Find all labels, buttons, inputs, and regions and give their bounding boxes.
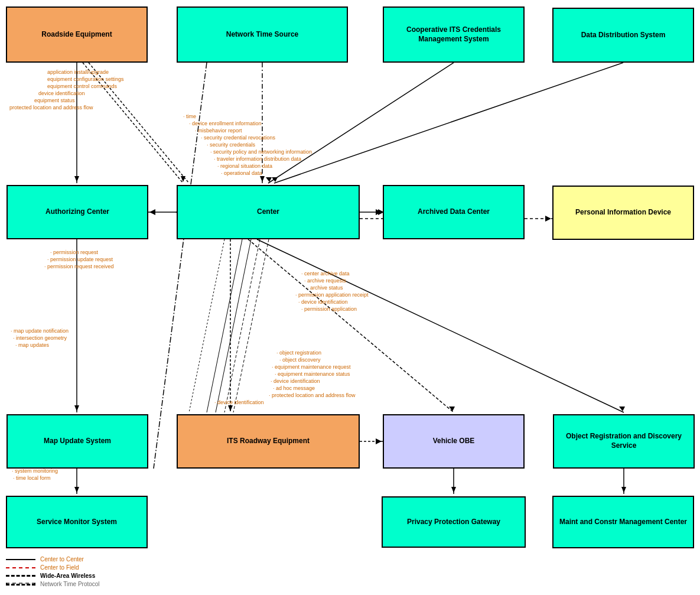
svg-line-9 xyxy=(274,63,623,183)
label-sec-cred: · security credentials xyxy=(207,142,255,148)
node-ords: Object Registration and Discovery Servic… xyxy=(553,414,695,469)
label-obj-reg: · object registration xyxy=(276,350,321,356)
svg-line-39 xyxy=(224,239,260,412)
svg-marker-10 xyxy=(272,177,278,182)
label-sec-policy: · security policy and networking informa… xyxy=(210,149,312,155)
label-obj-disc: · object discovery xyxy=(279,357,321,363)
svg-marker-6 xyxy=(260,176,265,182)
svg-marker-26 xyxy=(619,407,625,411)
label-misbehavior: · misbehavior report xyxy=(195,128,242,134)
label-device-id-2: · device identification xyxy=(298,299,348,305)
label-sys-mon: · system monitoring xyxy=(12,468,58,474)
legend-center-to-field: Center to Field xyxy=(6,564,100,571)
legend-line-dashed-bold xyxy=(6,575,35,577)
node-vehicle-obe: Vehicle OBE xyxy=(383,414,525,469)
svg-line-40 xyxy=(233,239,269,412)
label-equip-config: equipment configuration settings xyxy=(47,76,124,82)
label-equip-status: equipment status xyxy=(34,97,75,103)
node-service-monitor: Service Monitor System xyxy=(6,496,148,548)
label-app-install: application install/upgrade xyxy=(47,69,109,75)
label-sec-cred-rev: · security credential revocations xyxy=(201,135,275,141)
node-dds: Data Distribution System xyxy=(552,8,694,63)
node-pid: Personal Information Device xyxy=(552,186,694,240)
node-archived: Archived Data Center xyxy=(383,185,525,239)
label-traveler-info: · traveler information distribution data xyxy=(214,156,301,162)
label-perm-req: · permission request xyxy=(50,249,98,255)
svg-marker-20 xyxy=(74,405,79,411)
legend-line-dot-dash xyxy=(6,583,35,586)
label-time: · time xyxy=(183,113,196,119)
label-equip-control: equipment control commands xyxy=(47,83,117,89)
legend-line-solid xyxy=(6,559,35,560)
label-intersection: · intersection geometry xyxy=(13,335,67,341)
legend-center-to-center: Center to Center xyxy=(6,556,100,563)
label-perm-update: · permission update request xyxy=(47,256,113,262)
node-map-update: Map Update System xyxy=(6,414,148,469)
node-center: Center xyxy=(177,185,360,239)
svg-marker-12 xyxy=(149,209,155,215)
svg-marker-18 xyxy=(545,216,551,222)
label-device-enroll: · device enrollment information xyxy=(189,121,262,126)
label-time-local: · time local form xyxy=(13,475,51,481)
label-ad-hoc: · ad hoc message xyxy=(273,385,315,391)
svg-line-7 xyxy=(268,63,454,183)
svg-marker-28 xyxy=(74,487,79,493)
label-perm-app-receipt: · permission application receipt xyxy=(295,292,369,298)
label-device-id-1: device identification xyxy=(38,90,85,96)
node-maint: Maint and Constr Management Center xyxy=(552,496,694,548)
label-equip-maint-status: · equipment maintenance status xyxy=(275,371,350,377)
svg-marker-32 xyxy=(451,487,456,493)
svg-marker-8 xyxy=(266,177,272,182)
label-map-notif: · map update notification xyxy=(11,328,69,334)
legend-line-dashed-red xyxy=(6,567,35,568)
diagram-container: Roadside Equipment Network Time Source C… xyxy=(0,0,700,595)
svg-line-36 xyxy=(189,239,224,412)
svg-line-38 xyxy=(216,239,251,412)
svg-marker-4 xyxy=(181,176,185,182)
svg-marker-22 xyxy=(228,405,233,411)
svg-marker-34 xyxy=(621,487,626,493)
legend-wide-area: Wide-Area Wireless xyxy=(6,573,100,579)
node-ppg: Privacy Protection Gateway xyxy=(382,496,526,548)
node-network-time: Network Time Source xyxy=(177,6,348,63)
legend: Center to Center Center to Field Wide-Ar… xyxy=(6,556,100,589)
label-map-updates: · map updates xyxy=(15,342,49,348)
node-authorizing: Authorizing Center xyxy=(6,185,148,239)
label-protected-loc: protected location and address flow xyxy=(9,105,93,110)
label-device-id-3: · device identification xyxy=(271,378,320,384)
label-operational: · operational data xyxy=(221,170,262,176)
label-perm-received: · permission request received xyxy=(44,264,114,269)
label-device-id-4: · device identification xyxy=(214,399,264,405)
label-equip-maint-req: · equipment maintenance request xyxy=(272,364,351,370)
label-prot-loc: · protected location and address flow xyxy=(269,392,356,398)
label-archive-status: · archive status xyxy=(307,285,343,291)
node-cits: Cooperative ITS Credentials Management S… xyxy=(383,6,525,63)
node-its-roadway: ITS Roadway Equipment xyxy=(177,414,360,469)
svg-marker-24 xyxy=(449,407,455,411)
label-perm-app: · permission application xyxy=(301,306,357,312)
node-roadside: Roadside Equipment xyxy=(6,6,148,63)
svg-marker-15 xyxy=(376,209,382,215)
label-archive-req: · archive requests xyxy=(304,278,346,284)
legend-ntp: Network Time Protocol xyxy=(6,581,100,587)
label-center-archive: · center archive data xyxy=(301,271,350,277)
label-regional-sit: · regional situation data xyxy=(217,163,272,169)
svg-line-37 xyxy=(207,239,242,412)
svg-marker-30 xyxy=(376,438,382,444)
svg-marker-3 xyxy=(74,176,79,182)
